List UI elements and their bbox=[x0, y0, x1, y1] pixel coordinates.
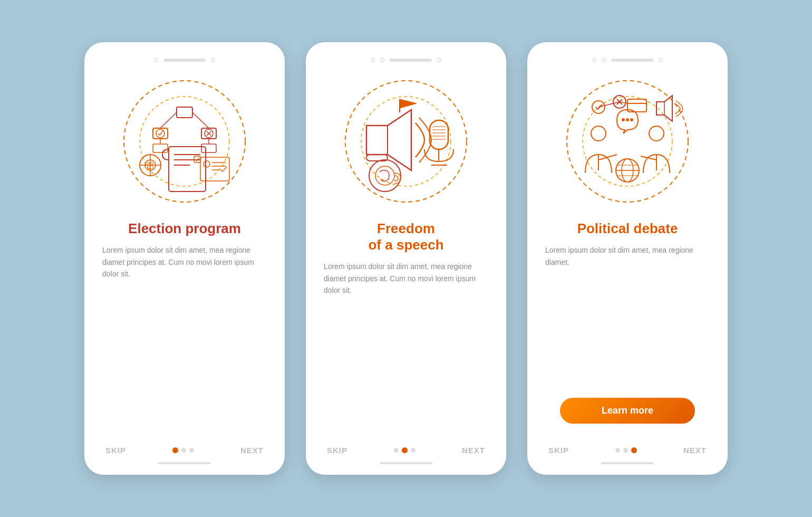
screen-2: Freedom of a speech Lorem ipsum dolor si… bbox=[306, 42, 506, 475]
screen-1-title: Election program bbox=[128, 221, 241, 237]
svg-line-22 bbox=[192, 112, 209, 128]
svg-point-0 bbox=[124, 81, 245, 202]
svg-rect-14 bbox=[177, 107, 192, 118]
svg-point-28 bbox=[204, 161, 210, 167]
svg-marker-36 bbox=[400, 99, 417, 108]
learn-more-button[interactable]: Learn more bbox=[560, 398, 695, 424]
phone-bar-3 bbox=[611, 59, 653, 62]
nav-dot-1-1 bbox=[172, 447, 178, 453]
svg-rect-38 bbox=[430, 120, 448, 149]
indicator-dot-3 bbox=[371, 58, 375, 62]
nav-dot-1-3 bbox=[189, 448, 194, 453]
svg-point-61 bbox=[622, 118, 625, 121]
screen-1-next[interactable]: NEXT bbox=[240, 446, 264, 455]
svg-point-62 bbox=[626, 118, 629, 121]
screen-2-title: Freedom of a speech bbox=[368, 221, 443, 253]
screens-container: Election program Lorem ipsum dolor sit d… bbox=[84, 42, 728, 475]
svg-point-63 bbox=[630, 118, 633, 121]
nav-dot-3-2 bbox=[623, 448, 628, 453]
svg-point-16 bbox=[156, 129, 165, 138]
screen-3: Political debate Lorem ipsum dolor sit d… bbox=[527, 42, 728, 475]
nav-dot-2-3 bbox=[411, 448, 415, 453]
top-bar-1 bbox=[100, 58, 269, 62]
illustration-2 bbox=[337, 73, 475, 210]
svg-rect-24 bbox=[201, 144, 216, 152]
nav-dot-2-2 bbox=[402, 447, 408, 453]
screen-2-next[interactable]: NEXT bbox=[462, 446, 485, 455]
screen-1-bottom-nav: SKIP NEXT bbox=[100, 439, 269, 455]
screen-3-bottom-nav: SKIP NEXT bbox=[543, 439, 712, 455]
nav-dot-3-3 bbox=[631, 447, 637, 453]
top-bar-2 bbox=[322, 58, 490, 62]
indicator-dot-4 bbox=[380, 58, 384, 62]
screen-3-description: Lorem ipsum dolor sit dim amet, mea regi… bbox=[543, 244, 712, 268]
screen-2-description: Lorem ipsum dolor sit dim amet, mea regi… bbox=[322, 261, 490, 296]
svg-point-33 bbox=[361, 97, 451, 186]
phone-bar-2 bbox=[390, 59, 432, 62]
indicator-dot-2 bbox=[211, 58, 215, 62]
screen-3-title: Political debate bbox=[577, 221, 678, 237]
screen-3-nav-dots bbox=[615, 447, 637, 453]
screen-3-skip[interactable]: SKIP bbox=[548, 446, 569, 455]
screen-1-skip[interactable]: SKIP bbox=[105, 446, 126, 455]
svg-rect-15 bbox=[153, 128, 168, 139]
svg-rect-23 bbox=[153, 144, 168, 152]
screen-2-home-bar bbox=[380, 462, 432, 464]
illustration-3 bbox=[559, 73, 696, 210]
screen-3-home-bar bbox=[601, 462, 654, 464]
svg-point-1 bbox=[140, 97, 229, 186]
svg-line-21 bbox=[160, 112, 177, 128]
indicator-dot-6 bbox=[592, 58, 596, 62]
screen-2-skip[interactable]: SKIP bbox=[327, 446, 347, 455]
indicator-dot-5 bbox=[437, 58, 441, 62]
screen-2-nav-dots bbox=[394, 447, 415, 453]
svg-point-53 bbox=[649, 126, 664, 141]
indicator-dot-8 bbox=[659, 58, 663, 62]
svg-point-47 bbox=[375, 166, 394, 185]
phone-bar-1 bbox=[163, 59, 206, 62]
svg-rect-34 bbox=[366, 126, 388, 155]
nav-dot-2-1 bbox=[394, 448, 399, 453]
top-bar-3 bbox=[543, 58, 712, 62]
screen-1-description: Lorem ipsum dolor sit dim amet, mea regi… bbox=[100, 244, 269, 280]
indicator-dot-7 bbox=[602, 58, 606, 62]
screen-1-home-bar bbox=[158, 462, 211, 464]
nav-dot-1-2 bbox=[181, 448, 186, 453]
screen-1-nav-dots bbox=[172, 447, 194, 453]
indicator-dot-1 bbox=[154, 58, 158, 62]
screen-3-next[interactable]: NEXT bbox=[683, 446, 707, 455]
screen-1: Election program Lorem ipsum dolor sit d… bbox=[84, 42, 285, 475]
nav-dot-3-1 bbox=[615, 448, 620, 453]
illustration-1 bbox=[116, 73, 253, 210]
screen-2-bottom-nav: SKIP NEXT bbox=[322, 439, 490, 455]
svg-point-48 bbox=[567, 81, 688, 202]
svg-point-50 bbox=[591, 126, 606, 141]
